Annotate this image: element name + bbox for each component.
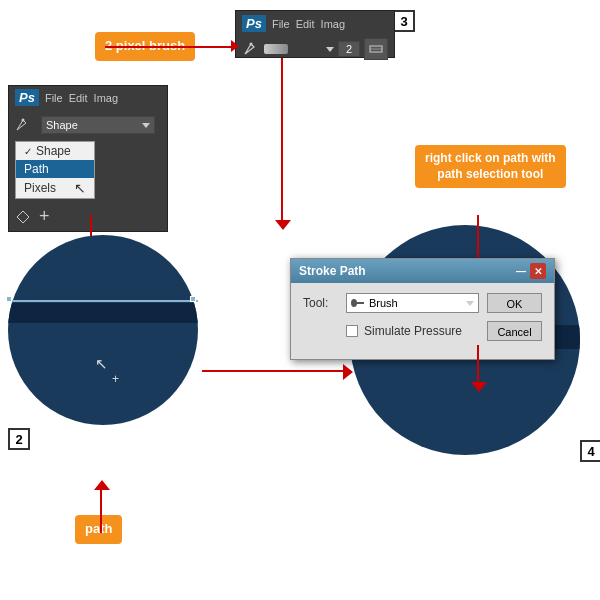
- circle-left-stripe: [8, 303, 198, 323]
- dialog-minimize-icon[interactable]: —: [516, 266, 526, 277]
- handle-right: [190, 296, 196, 302]
- handle-left: [6, 296, 12, 302]
- tool-select[interactable]: Brush: [346, 293, 479, 313]
- path-label: path: [75, 515, 122, 544]
- svg-rect-5: [356, 302, 364, 304]
- path-option[interactable]: Path: [16, 160, 94, 178]
- cursor-arrow-icon: ↖: [95, 355, 108, 373]
- arrow-right-head: [343, 364, 353, 380]
- shape-dropdown-menu: ✓ Shape Path Pixels ↖: [15, 141, 95, 199]
- dialog-body: Tool: Brush OK Simulate Pressure C: [291, 283, 554, 359]
- stroke-path-dialog: Stroke Path — ✕ Tool: Brush OK: [290, 258, 555, 360]
- arrow-rightclick-line: [477, 215, 479, 262]
- arrow-toolbar-down-head: [275, 220, 291, 230]
- ps-logo-panel: Ps: [15, 89, 39, 106]
- arrow-brush-to-toolbar: [105, 46, 235, 48]
- brush-select-icon: [351, 298, 365, 308]
- brush-option-icon[interactable]: [364, 38, 388, 60]
- dialog-close-button[interactable]: ✕: [530, 263, 546, 279]
- arrow-dialog-head: [471, 382, 487, 392]
- arrow-brush-head: [231, 40, 239, 52]
- menu-file-panel[interactable]: File: [45, 92, 63, 104]
- menu-edit-panel[interactable]: Edit: [69, 92, 88, 104]
- shape-option[interactable]: ✓ Shape: [16, 142, 94, 160]
- ok-button[interactable]: OK: [487, 293, 542, 313]
- ps-logo-top: Ps: [242, 15, 266, 32]
- brush-size-input[interactable]: 2: [338, 41, 360, 57]
- cursor-plus-icon: +: [112, 372, 119, 386]
- simulate-pressure-row: Simulate Pressure: [346, 324, 462, 338]
- simulate-pressure-label: Simulate Pressure: [364, 324, 462, 338]
- plus-cursor-icon: +: [39, 206, 50, 227]
- pen-tool-icon: [242, 40, 260, 58]
- arrow-dialog-to-circle: [477, 345, 479, 385]
- tool-label: Tool:: [303, 296, 338, 310]
- brush-option-svg: [369, 42, 383, 56]
- shape-dropdown-arrow: [142, 123, 150, 128]
- selection-line-left: [8, 300, 198, 302]
- arrow-right-line: [202, 370, 347, 372]
- shape-dropdown[interactable]: Shape: [41, 116, 155, 134]
- brush-icon-top: [264, 44, 288, 54]
- dialog-titlebar: Stroke Path — ✕: [291, 259, 554, 283]
- anchor-icon: [15, 209, 31, 225]
- svg-point-3: [22, 119, 25, 122]
- ps-toolbar-top: Ps File Edit Imag 2: [235, 10, 395, 58]
- menu-edit-top[interactable]: Edit: [296, 18, 315, 30]
- right-click-label: right click on path withpath selection t…: [415, 145, 566, 188]
- pixels-option[interactable]: Pixels ↖: [16, 178, 94, 198]
- menu-image-top[interactable]: Imag: [321, 18, 345, 30]
- svg-point-0: [250, 43, 253, 46]
- dialog-title: Stroke Path: [299, 264, 366, 278]
- brush-dropdown-arrow[interactable]: [326, 47, 334, 52]
- pen-icon-panel: [15, 117, 31, 133]
- step3-badge: 3: [393, 10, 415, 32]
- arrow-path-up-line: [100, 483, 102, 533]
- step4-badge: 4: [580, 440, 600, 462]
- menu-image-panel[interactable]: Imag: [94, 92, 118, 104]
- ps-panel: Ps File Edit Imag Shape ✓ Shape Path Pix…: [8, 85, 168, 232]
- menu-file-top[interactable]: File: [272, 18, 290, 30]
- tool-select-arrow: [466, 301, 474, 306]
- circle-left: [8, 235, 198, 425]
- arrow-toolbar-down: [281, 58, 283, 223]
- simulate-pressure-checkbox[interactable]: [346, 325, 358, 337]
- cancel-button[interactable]: Cancel: [487, 321, 542, 341]
- step2-badge: 2: [8, 428, 30, 450]
- arrow-path-up-head: [94, 480, 110, 490]
